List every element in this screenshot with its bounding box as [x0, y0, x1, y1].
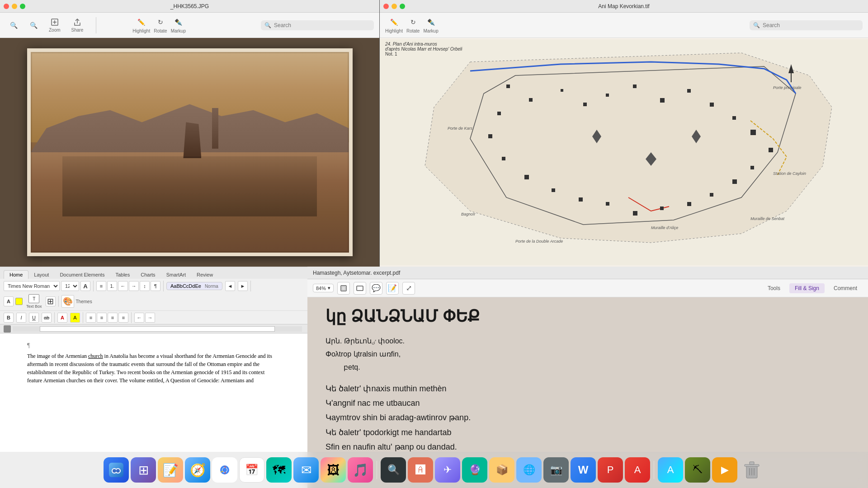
pdf-comment-tool-btn[interactable]: 💬	[370, 282, 382, 295]
align-justify-btn[interactable]: ≡	[118, 313, 128, 323]
map-search-input[interactable]	[763, 22, 830, 28]
titlebar-controls	[4, 4, 25, 9]
pdf-zoom-control[interactable]: 84% ▾	[313, 284, 334, 292]
dock-item-calendar[interactable]: 📅	[239, 457, 264, 483]
text-box-btn[interactable]: T Text Box	[26, 294, 42, 309]
dock-item-app3[interactable]: 🔮	[462, 457, 487, 483]
share-button[interactable]: Share	[68, 16, 87, 34]
tab-layout[interactable]: Layout	[28, 271, 54, 279]
numbered-list-btn[interactable]: 1.	[107, 281, 117, 291]
map-rotate-button[interactable]: ↻ Rotate	[406, 17, 420, 33]
pdf-fit-width-btn[interactable]	[354, 282, 366, 295]
dock-item-minecraft[interactable]: ⛏	[685, 457, 710, 483]
pdf-expand-btn[interactable]: ⤢	[402, 282, 415, 295]
show-hide-btn[interactable]: ¶	[151, 281, 160, 291]
font-family-selector[interactable]: Times New Roman	[4, 281, 60, 291]
style-name: Norma	[205, 284, 218, 289]
dock-item-music[interactable]: 🎵	[348, 457, 373, 483]
font-color-btn[interactable]: A	[4, 296, 14, 306]
photo-search-box[interactable]: 🔍 Search	[261, 20, 374, 30]
zoom-out-button[interactable]: 🔍	[5, 19, 22, 32]
dock-item-app-store[interactable]: A	[658, 457, 683, 483]
pdf-comment-button[interactable]: Comment	[828, 283, 863, 293]
color-swatch[interactable]	[15, 298, 23, 305]
styles-next-btn[interactable]: ►	[238, 281, 248, 291]
dock-separator-1	[377, 461, 377, 479]
tab-smartart[interactable]: SmartArt	[161, 271, 191, 279]
italic-btn[interactable]: I	[16, 313, 26, 323]
tab-charts[interactable]: Charts	[135, 271, 160, 279]
indent-inc-btn[interactable]: →	[145, 313, 155, 323]
map-close-button[interactable]	[383, 4, 389, 9]
svg-rect-50	[745, 465, 759, 466]
dock-item-app4[interactable]: 📦	[489, 457, 514, 483]
align-right-btn[interactable]: ≡	[108, 313, 118, 323]
map-maximize-button[interactable]	[400, 4, 405, 9]
map-caption-line1: 24. Plan d'Ani intra-muros	[385, 42, 462, 47]
strikethrough-btn[interactable]: ab	[42, 313, 52, 323]
dock-item-word2[interactable]: W	[571, 457, 596, 483]
close-button[interactable]	[4, 4, 9, 9]
bullet-list-btn[interactable]: ≡	[96, 281, 106, 291]
dock-item-trash[interactable]	[739, 457, 764, 483]
underline-btn[interactable]: U	[29, 313, 39, 323]
font-size-selector[interactable]: 12	[61, 281, 79, 291]
markup-button[interactable]: ✒️ Markup	[171, 17, 186, 33]
align-left-btn[interactable]: ≡	[86, 313, 96, 323]
tab-review[interactable]: Review	[191, 271, 218, 279]
dock-item-app5[interactable]: 🌐	[516, 457, 542, 483]
search-icon: 🔍	[264, 22, 271, 28]
mail-icon: ✉	[301, 463, 311, 478]
dock-item-preview[interactable]: A	[625, 457, 650, 483]
dock-item-app1[interactable]: 🅰	[408, 457, 433, 483]
decrease-indent-btn[interactable]: ←	[118, 281, 128, 291]
map-minimize-button[interactable]	[392, 4, 397, 9]
dock-item-maps[interactable]: 🗺	[266, 457, 292, 483]
dock-item-finder[interactable]	[104, 457, 129, 483]
search-input[interactable]	[274, 22, 342, 28]
dock-item-chrome[interactable]	[212, 457, 237, 483]
pdf-fit-page-btn[interactable]	[337, 282, 350, 295]
pdf-markup-tool-btn[interactable]: 📝	[386, 282, 399, 295]
tab-tables[interactable]: Tables	[110, 271, 135, 279]
dock-item-launchpad[interactable]: ⊞	[131, 457, 156, 483]
dock-item-safari[interactable]: 🧭	[185, 457, 210, 483]
dock-item-app2[interactable]: ✈	[435, 457, 460, 483]
highlight-button[interactable]: ✏️ Highlight	[132, 17, 150, 33]
map-search-box[interactable]: 🔍	[750, 20, 863, 30]
increase-indent-btn[interactable]: →	[129, 281, 139, 291]
themes-btn[interactable]: 🎨	[61, 295, 74, 308]
align-center-btn[interactable]: ≡	[97, 313, 107, 323]
ruler-handle[interactable]	[4, 325, 11, 333]
pdf-tools-button[interactable]: Tools	[762, 283, 786, 293]
pdf-fill-sign-button[interactable]: Fill & Sign	[789, 283, 825, 293]
dock-item-vlc[interactable]: ▶	[712, 457, 737, 483]
highlight-text-btn[interactable]: A	[70, 313, 80, 323]
dock-item-finder2[interactable]: 🔍	[381, 457, 406, 483]
map-markup-button[interactable]: ✒️ Markup	[423, 17, 438, 33]
maximize-button[interactable]	[20, 4, 25, 9]
zoom-in-button[interactable]: 🔍	[25, 19, 42, 32]
svg-text:Station de Cayloin: Station de Cayloin	[773, 171, 806, 176]
dock-item-mail[interactable]: ✉	[293, 457, 319, 483]
indent-dec-btn[interactable]: ←	[134, 313, 144, 323]
formatting-div3	[131, 312, 132, 323]
insert-extra-btn[interactable]: ⊞	[46, 296, 56, 306]
tab-document-elements[interactable]: Document Elements	[54, 271, 110, 279]
dock-item-pdf-app[interactable]: P	[598, 457, 623, 483]
font-size-increase-btn[interactable]: A	[80, 281, 90, 291]
sort-btn[interactable]: ↕	[140, 281, 150, 291]
font-color-a-btn[interactable]: A	[57, 313, 67, 323]
dock-item-notes[interactable]: 📝	[158, 457, 183, 483]
map-highlight-button[interactable]: ✏️ Highlight	[385, 17, 403, 33]
bold-btn[interactable]: B	[4, 313, 14, 323]
rotate-button[interactable]: ↻ Rotate	[154, 17, 167, 33]
themes-label: Themes	[76, 299, 92, 304]
zoom-label-btn[interactable]: Zoom	[45, 16, 64, 34]
styles-prev-btn[interactable]: ◄	[225, 281, 235, 291]
tab-home[interactable]: Home	[4, 270, 28, 279]
minimize-button[interactable]	[12, 4, 17, 9]
dock-item-camera[interactable]: 📷	[543, 457, 569, 483]
svg-rect-10	[606, 94, 609, 97]
dock-item-photos[interactable]: 🖼	[321, 457, 346, 483]
